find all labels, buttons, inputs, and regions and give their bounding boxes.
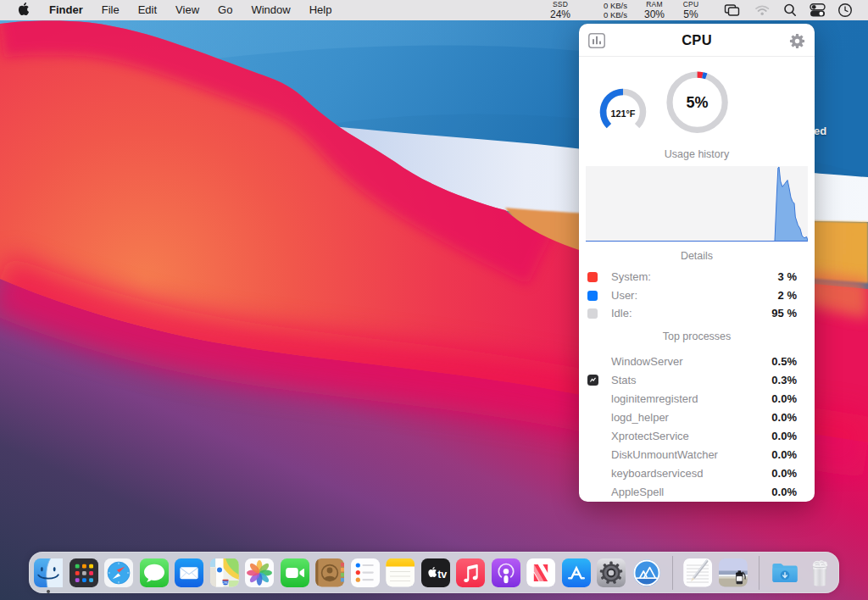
svg-text:tv: tv [437,568,447,580]
svg-text:121°F: 121°F [611,108,636,119]
svg-text:5%: 5% [687,94,709,111]
svg-text:280: 280 [222,580,228,584]
